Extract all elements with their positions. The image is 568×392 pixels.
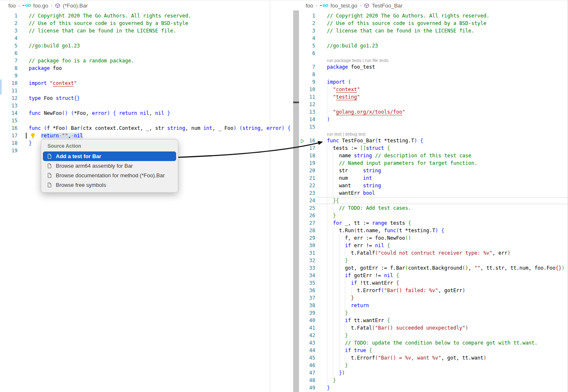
code-line-content[interactable] bbox=[17, 50, 293, 57]
line-number: 27 bbox=[299, 219, 315, 227]
code-line-content[interactable]: t.Fatalf("could not contruct receiver ty… bbox=[315, 249, 568, 257]
code-token: string bbox=[354, 153, 372, 159]
code-line-content[interactable]: // TODO: update the condition below to c… bbox=[315, 339, 568, 347]
code-line-content[interactable]: str string bbox=[315, 167, 568, 174]
code-line-content[interactable]: return bbox=[315, 302, 568, 309]
code-line-content[interactable]: } bbox=[315, 294, 568, 302]
code-line-content[interactable]: func (f *Foo) Bar(ctx context.Context, _… bbox=[17, 124, 293, 132]
code-line-content[interactable]: if gotErr != nil { bbox=[315, 272, 568, 279]
line-number: 21 bbox=[299, 174, 315, 182]
code-line-content[interactable]: t.Run(tt.name, func(t *testing.T) { bbox=[315, 227, 568, 234]
codelens[interactable]: run test | debug test bbox=[299, 131, 366, 137]
code-line-content[interactable]: type Foo struct{} bbox=[17, 94, 293, 102]
breadcrumb-file[interactable]: foo.go bbox=[33, 2, 48, 9]
breadcrumb-folder[interactable]: foo bbox=[8, 2, 16, 9]
code-line-content[interactable]: "golang.org/x/tools/foo" bbox=[315, 108, 568, 116]
breadcrumb-symbol[interactable]: TestFoo_Bar bbox=[372, 2, 403, 9]
code-line-content[interactable] bbox=[315, 35, 568, 42]
code-line-content[interactable]: // TODO: Add test cases. bbox=[315, 204, 568, 212]
symbol-method-icon bbox=[55, 3, 60, 8]
code-line-content[interactable]: } bbox=[315, 362, 568, 369]
code-line-content[interactable]: "context" bbox=[315, 86, 568, 93]
indent-guide bbox=[327, 108, 333, 116]
code-line-content[interactable]: import "context" bbox=[17, 79, 293, 87]
code-line-content[interactable]: // Copyright 2020 The Go Authors. All ri… bbox=[315, 12, 568, 20]
code-line-content[interactable]: } bbox=[315, 377, 568, 384]
code-line: 16func (f *Foo) Bar(ctx context.Context,… bbox=[0, 124, 293, 132]
lightbulb-icon[interactable] bbox=[29, 132, 41, 139]
code-line-content[interactable] bbox=[315, 123, 568, 131]
indent-guide bbox=[327, 362, 333, 369]
code-line-content[interactable]: } bbox=[315, 212, 568, 219]
code-line-content[interactable]: // license that can be found in the LICE… bbox=[17, 27, 293, 35]
code-line-content[interactable] bbox=[315, 50, 568, 57]
code-line-content[interactable]: } bbox=[315, 309, 568, 317]
code-token: type bbox=[29, 95, 41, 101]
code-line-content[interactable]: //go:build go1.23 bbox=[315, 42, 568, 50]
code-line-content[interactable]: package foo bbox=[17, 65, 293, 72]
code-line: 10import "context" bbox=[0, 79, 293, 87]
code-line-content[interactable]: return·"",·nil bbox=[17, 132, 293, 139]
code-line-content[interactable]: // package foo is a random package. bbox=[17, 57, 293, 65]
code-line-content[interactable]: } bbox=[315, 384, 568, 392]
code-line-content[interactable] bbox=[17, 35, 293, 42]
code-token: { bbox=[441, 228, 444, 233]
menu-item-add-test[interactable]: Add a test for Bar bbox=[43, 151, 176, 161]
code-line-content[interactable]: t.Fatal("Bar() succeeded unexpectedly") bbox=[315, 324, 568, 332]
indent-guide bbox=[339, 279, 345, 287]
line-number: 22 bbox=[299, 182, 315, 189]
code-line-content[interactable]: }{ bbox=[315, 197, 568, 204]
codelens[interactable]: run package tests | run file tests bbox=[299, 58, 389, 63]
code-line-content[interactable] bbox=[17, 72, 293, 79]
code-line-content[interactable]: tests := []struct { bbox=[315, 144, 568, 152]
code-line-content[interactable]: ) bbox=[315, 116, 568, 123]
code-line-content[interactable]: if tt.wantErr { bbox=[315, 317, 568, 324]
code-line-content[interactable] bbox=[315, 71, 568, 78]
code-line-content[interactable]: if true { bbox=[315, 347, 568, 354]
menu-item-browse-documentation[interactable]: Browse documentation for method (*Foo).B… bbox=[43, 171, 176, 180]
code-line-content[interactable]: func NewFoo() (*Foo, error) { return nil… bbox=[17, 109, 293, 117]
code-line-content[interactable]: // Use of this source code is governed b… bbox=[315, 20, 568, 27]
code-editor[interactable]: 1// Copyright 2020 The Go Authors. All r… bbox=[299, 10, 568, 392]
code-line-content[interactable]: func TestFoo_Bar(t *testing.T) { bbox=[315, 137, 568, 144]
code-line-content[interactable]: got, gotErr := f.Bar(context.Background(… bbox=[315, 264, 568, 272]
indent-guide bbox=[339, 272, 345, 279]
code-line-content[interactable]: f, err := foo.NewFoo() bbox=[315, 234, 568, 242]
code-line-content[interactable]: num int bbox=[315, 174, 568, 182]
code-line-content[interactable]: if !tt.wantErr { bbox=[315, 279, 568, 287]
code-line-content[interactable]: "testing" bbox=[315, 93, 568, 101]
code-line-content[interactable]: // Copyright 2020 The Go Authors. All ri… bbox=[17, 12, 293, 20]
code-line-content[interactable] bbox=[315, 101, 568, 108]
code-line-content[interactable]: t.Errorf("Bar() = %v, want %v", got, tt.… bbox=[315, 354, 568, 362]
code-token: foo_test bbox=[348, 64, 375, 70]
code-line-content[interactable]: //go:build go1.23 bbox=[17, 42, 293, 50]
code-line-content[interactable]: if err != nil { bbox=[315, 242, 568, 249]
code-line-content[interactable]: }) bbox=[315, 369, 568, 377]
code-line-content[interactable] bbox=[17, 87, 293, 94]
code-line: 28t.Run(tt.name, func(t *testing.T) { bbox=[299, 227, 568, 234]
menu-item-browse-free-symbols[interactable]: Browse free symbols bbox=[43, 180, 176, 190]
code-line-content[interactable]: // Named input parameters for target fun… bbox=[315, 159, 568, 167]
code-line-content[interactable]: name string // description of this test … bbox=[315, 152, 568, 159]
indent-guide bbox=[327, 152, 333, 159]
code-line: 39} bbox=[299, 309, 568, 317]
breadcrumb-symbol[interactable]: (*Foo).Bar bbox=[63, 2, 88, 9]
code-line-content[interactable] bbox=[17, 117, 293, 124]
code-line-content[interactable]: } bbox=[315, 257, 568, 264]
code-editor[interactable]: 1// Copyright 2020 The Go Authors. All r… bbox=[0, 10, 293, 154]
code-line-content[interactable]: // Use of this source code is governed b… bbox=[17, 20, 293, 27]
code-line-content[interactable]: package foo_test bbox=[315, 63, 568, 71]
code-line-content[interactable] bbox=[17, 102, 293, 109]
breadcrumb-folder[interactable]: foo bbox=[306, 2, 313, 9]
code-line-content[interactable]: import ( bbox=[315, 78, 568, 86]
code-line-content[interactable]: for _, tt := range tests { bbox=[315, 219, 568, 227]
code-line-content[interactable]: want string bbox=[315, 182, 568, 189]
code-token: want bbox=[339, 183, 363, 189]
breadcrumb-file[interactable]: foo_test.go bbox=[331, 2, 357, 9]
menu-item-browse-assembly[interactable]: Browse arm64 assembly for Bar bbox=[43, 161, 176, 171]
code-line-content[interactable]: } bbox=[315, 332, 568, 339]
code-line-content[interactable]: wantErr bool bbox=[315, 189, 568, 197]
code-line-content[interactable]: // license that can be found in the LICE… bbox=[315, 27, 568, 35]
code-line-content[interactable]: t.Errorf("Bar() failed: %v", gotErr) bbox=[315, 287, 568, 294]
editor-sash[interactable] bbox=[293, 10, 299, 392]
